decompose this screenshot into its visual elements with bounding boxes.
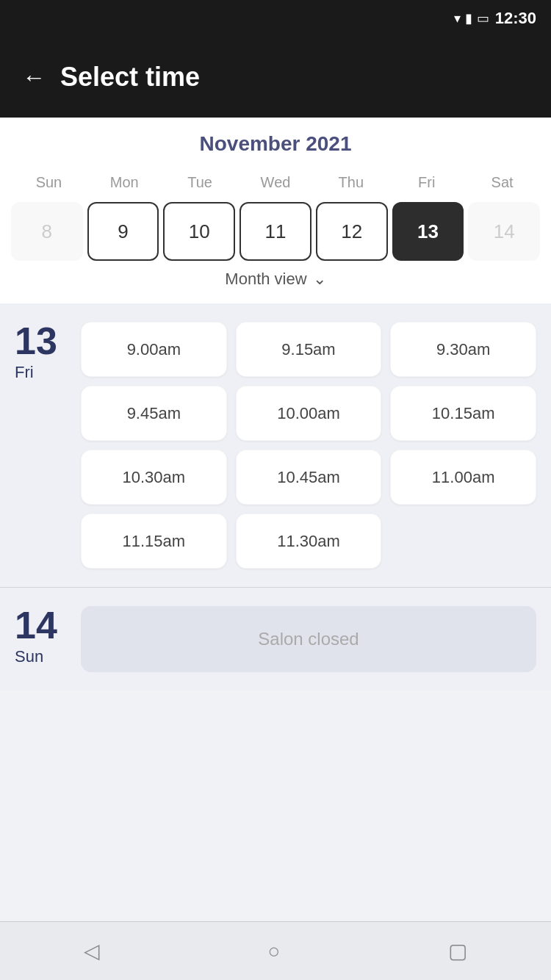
day-section-14: 14 Sun Salon closed [0, 587, 551, 691]
salon-closed-label: Salon closed [258, 629, 359, 649]
weekday-sun: Sun [11, 170, 87, 195]
time-slot-1000am[interactable]: 10.00am [236, 386, 382, 441]
weekday-mon: Mon [87, 170, 162, 195]
home-nav-icon[interactable]: ○ [268, 940, 281, 963]
day-14-info: 14 Sun [15, 606, 66, 666]
time-slot-1045am[interactable]: 10.45am [236, 450, 382, 505]
day-name-fri: Fri [15, 363, 66, 382]
day-12[interactable]: 12 [316, 202, 388, 261]
month-view-label: Month view [225, 270, 306, 289]
status-time: 12:30 [495, 9, 536, 28]
weekday-tue: Tue [162, 170, 238, 195]
day-9[interactable]: 9 [87, 202, 159, 261]
day-section-13: 13 Fri 9.00am 9.15am 9.30am 9.45am 10.00… [0, 303, 551, 587]
signal-icon: ▮ [465, 10, 472, 26]
time-slot-1100am[interactable]: 11.00am [390, 450, 536, 505]
day-14[interactable]: 14 [468, 202, 540, 261]
time-slot-1130am[interactable]: 11.30am [236, 514, 382, 569]
bottom-nav: ◁ ○ ▢ [0, 921, 551, 980]
header: ← Select time [0, 37, 551, 118]
recents-nav-icon[interactable]: ▢ [448, 939, 467, 963]
day-11[interactable]: 11 [240, 202, 311, 261]
time-slot-900am[interactable]: 9.00am [81, 322, 227, 377]
days-row: 8 9 10 11 12 13 14 [11, 202, 540, 261]
day-header-row-13: 13 Fri 9.00am 9.15am 9.30am 9.45am 10.00… [15, 322, 536, 569]
status-bar: ▾ ▮ ▭ 12:30 [0, 0, 551, 37]
status-icons: ▾ ▮ ▭ [454, 10, 489, 26]
salon-closed-box: Salon closed [81, 606, 536, 672]
day-13[interactable]: 13 [392, 202, 464, 261]
calendar-section: November 2021 Sun Mon Tue Wed Thu Fri Sa… [0, 118, 551, 303]
day-number-13: 13 [15, 322, 66, 360]
day-number-14: 14 [15, 606, 66, 644]
battery-icon: ▭ [477, 10, 489, 26]
wifi-icon: ▾ [454, 10, 461, 26]
month-view-toggle[interactable]: Month view ⌄ [11, 261, 540, 292]
weekday-wed: Wed [238, 170, 314, 195]
chevron-down-icon: ⌄ [313, 270, 326, 289]
day-header-row-14: 14 Sun Salon closed [15, 606, 536, 672]
day-13-info: 13 Fri [15, 322, 66, 382]
back-button[interactable]: ← [22, 64, 46, 91]
weekday-thu: Thu [313, 170, 389, 195]
time-slots-container: 13 Fri 9.00am 9.15am 9.30am 9.45am 10.00… [0, 303, 551, 691]
time-slot-945am[interactable]: 9.45am [81, 386, 227, 441]
day-8[interactable]: 8 [11, 202, 83, 261]
weekday-fri: Fri [389, 170, 464, 195]
page-title: Select time [60, 62, 200, 93]
day-10[interactable]: 10 [163, 202, 235, 261]
time-slot-915am[interactable]: 9.15am [236, 322, 382, 377]
weekdays-row: Sun Mon Tue Wed Thu Fri Sat [11, 170, 540, 195]
weekday-sat: Sat [464, 170, 540, 195]
time-slot-1015am[interactable]: 10.15am [390, 386, 536, 441]
time-slot-1115am[interactable]: 11.15am [81, 514, 227, 569]
month-year-label: November 2021 [11, 132, 540, 156]
time-slots-grid-13: 9.00am 9.15am 9.30am 9.45am 10.00am 10.1… [81, 322, 536, 569]
day-name-sun: Sun [15, 647, 66, 666]
time-slot-1030am[interactable]: 10.30am [81, 450, 227, 505]
back-nav-icon[interactable]: ◁ [84, 939, 100, 963]
time-slot-930am[interactable]: 9.30am [390, 322, 536, 377]
bottom-spacer [0, 691, 551, 749]
